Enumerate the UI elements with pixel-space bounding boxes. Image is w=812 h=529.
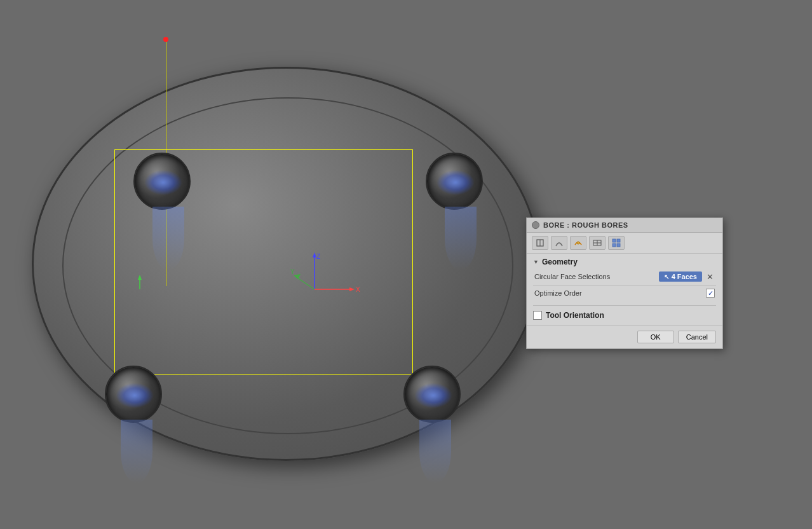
bore-hole-bottom-right xyxy=(403,366,461,423)
bore-shadow-bottom-left xyxy=(121,420,152,483)
cursor-icon: ↖ xyxy=(664,273,669,280)
tool-orientation-label: Tool Orientation xyxy=(546,311,604,320)
dialog-title: BORE : ROUGH BORES xyxy=(543,221,628,229)
svg-marker-10 xyxy=(138,275,142,280)
cancel-button[interactable]: Cancel xyxy=(678,331,716,343)
svg-text:X: X xyxy=(356,286,360,293)
dialog-toolbar xyxy=(527,233,722,254)
svg-rect-17 xyxy=(612,239,616,242)
optimize-order-checkbox[interactable]: ✓ xyxy=(706,289,715,298)
3d-viewport: Z X Y BORE : ROUGH BORES xyxy=(0,0,812,529)
optimize-order-label: Optimize Order xyxy=(534,289,706,297)
svg-rect-19 xyxy=(612,244,616,247)
bore-shadow-top-right xyxy=(445,207,477,270)
toolbar-btn-3[interactable] xyxy=(570,236,586,250)
dialog-footer: OK Cancel xyxy=(527,325,722,348)
geometry-section: ▼ Geometry Circular Face Selections ↖ 4 … xyxy=(527,254,722,305)
faces-count: 4 Faces xyxy=(672,273,697,280)
bore-dialog: BORE : ROUGH BORES xyxy=(526,217,723,349)
row-divider-1 xyxy=(533,285,716,286)
decorative-arc xyxy=(640,0,812,172)
circular-face-label: Circular Face Selections xyxy=(534,273,659,280)
optimize-order-value: ✓ xyxy=(706,289,715,298)
bore-shadow-top-left xyxy=(152,207,184,270)
green-arrow-up xyxy=(133,273,146,292)
toolbar-btn-4[interactable] xyxy=(589,236,606,250)
section-arrow: ▼ xyxy=(533,259,539,265)
toolbar-btn-1[interactable] xyxy=(532,236,548,250)
circular-face-row: Circular Face Selections ↖ 4 Faces ✕ xyxy=(533,271,716,282)
bore-hole-bottom-left xyxy=(105,366,162,423)
svg-text:Z: Z xyxy=(316,253,320,260)
svg-rect-20 xyxy=(617,244,620,247)
bore-shadow-bottom-right xyxy=(419,420,451,483)
toolbar-btn-2[interactable] xyxy=(551,236,567,250)
faces-badge[interactable]: ↖ 4 Faces xyxy=(659,271,702,282)
toolbar-btn-5[interactable] xyxy=(608,236,625,250)
dialog-icon xyxy=(532,221,539,229)
ok-button[interactable]: OK xyxy=(637,331,674,343)
tool-orientation-row: Tool Orientation xyxy=(527,306,722,325)
circular-face-value: ↖ 4 Faces ✕ xyxy=(659,271,715,282)
bore-hole-top-right xyxy=(426,153,483,210)
svg-rect-18 xyxy=(617,239,620,242)
bore-hole-top-left xyxy=(133,153,191,210)
coordinate-axes: Z X Y xyxy=(289,251,365,302)
section-title-geometry: Geometry xyxy=(542,258,578,266)
clear-faces-button[interactable]: ✕ xyxy=(705,271,715,282)
axis-top-dot xyxy=(163,37,168,42)
svg-text:Y: Y xyxy=(290,268,295,275)
svg-marker-4 xyxy=(349,287,355,291)
svg-point-13 xyxy=(577,242,579,244)
section-header-geometry: ▼ Geometry xyxy=(533,258,716,266)
optimize-order-row: Optimize Order ✓ xyxy=(533,289,716,298)
tool-orientation-checkbox[interactable] xyxy=(533,311,542,320)
dialog-titlebar: BORE : ROUGH BORES xyxy=(527,218,722,233)
